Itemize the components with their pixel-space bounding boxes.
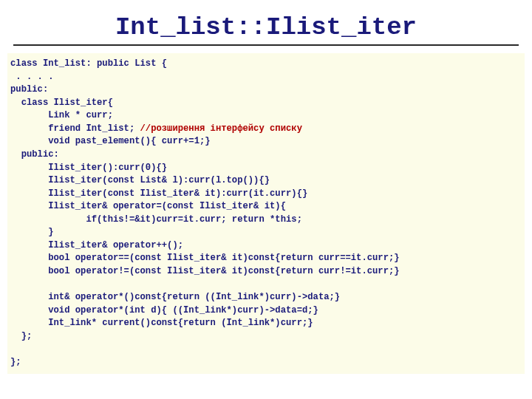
code-line: bool operator==(const Ilist_iter& it)con…	[10, 253, 400, 263]
code-line: Ilist_iter& operator=(const Ilist_iter& …	[10, 201, 286, 211]
code-line: bool operator!=(const Ilist_iter& it)con…	[10, 266, 400, 276]
code-line: public:	[10, 84, 48, 95]
code-line: Link * curr;	[10, 110, 113, 120]
code-line: };	[10, 357, 21, 367]
code-line: };	[10, 331, 32, 341]
code-line: if(this!=&it)curr=it.curr; return *this;	[10, 214, 302, 225]
code-line: Int_link* current()const{return (Int_lin…	[10, 318, 313, 328]
code-line: void past_element(){ curr+=1;}	[10, 136, 211, 146]
code-block: class Int_list: public List { . . . . pu…	[7, 53, 525, 374]
code-line: Ilist_iter(const List& l):curr(l.top()){…	[10, 175, 270, 185]
code-line: public:	[10, 149, 59, 160]
code-line: Ilist_iter(const Ilist_iter& it):curr(it…	[10, 188, 307, 199]
code-line: Ilist_iter():curr(0){}	[10, 163, 167, 173]
code-line: friend Int_list;	[10, 123, 134, 134]
code-line: class Ilist_iter{	[10, 98, 113, 108]
title-underline	[13, 44, 519, 46]
code-line: Ilist_iter& operator++();	[10, 240, 183, 250]
code-line: int& operator*()const{return ((Int_link*…	[10, 292, 340, 302]
code-line: void operator*(int d){ ((Int_link*)curr)…	[10, 305, 318, 316]
code-line: . . . .	[10, 72, 54, 82]
slide-title: Int_list::Ilist_iter	[0, 13, 532, 41]
code-line: }	[10, 227, 54, 237]
code-comment: //розширення інтерфейсу списку	[134, 123, 302, 134]
code-line: class Int_list: public List {	[10, 58, 167, 69]
